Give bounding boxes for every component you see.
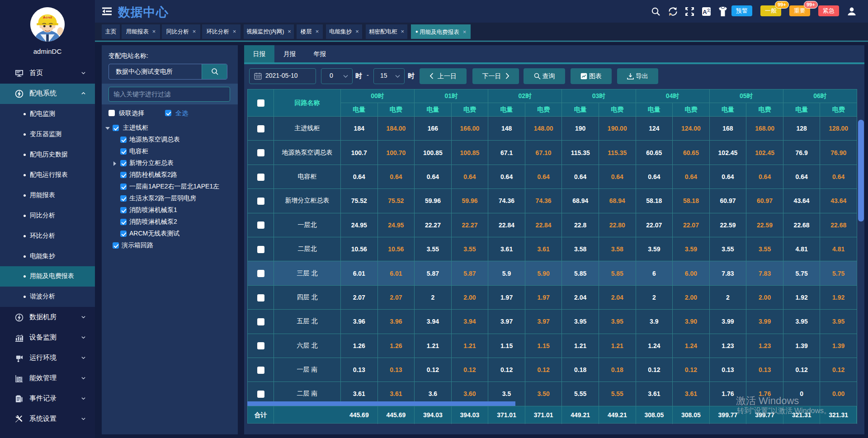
- svg-text:文: 文: [707, 8, 711, 13]
- svg-text:Acrel: Acrel: [43, 15, 52, 19]
